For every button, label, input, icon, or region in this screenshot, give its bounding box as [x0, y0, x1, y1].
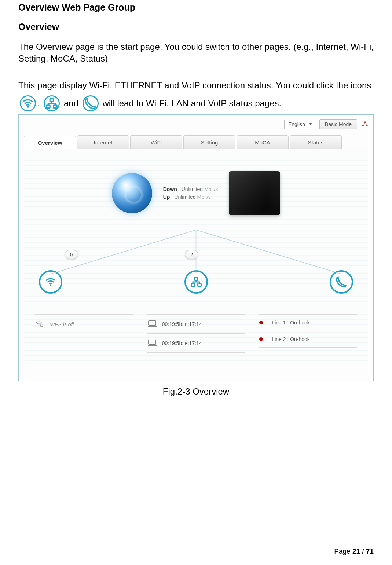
overview-screenshot: English Basic Mode Overview Internet WiF… — [18, 114, 374, 381]
device-icon — [147, 339, 157, 347]
svg-rect-2 — [47, 105, 50, 108]
tab-overview[interactable]: Overview — [24, 136, 76, 149]
subsection-title: Overview — [18, 22, 374, 32]
svg-rect-3 — [54, 105, 57, 108]
list-item: Line 2 : On-hook — [259, 333, 357, 345]
svg-rect-13 — [149, 340, 156, 344]
wps-status-text: WPS is off — [50, 322, 74, 327]
voip-icon — [83, 95, 99, 111]
overview-panel: Down Unlimited Mbit/s Up Unlimited Mbit/… — [24, 149, 368, 366]
tab-internet[interactable]: Internet — [77, 135, 129, 149]
status-columns: WPS is off 00:19:5b:fe:17:14 00: — [35, 312, 357, 355]
speed-down-value: Unlimited — [182, 186, 203, 192]
svg-point-11 — [39, 325, 40, 326]
intro-paragraph-2a: This page display Wi-Fi, ETHERNET and Vo… — [18, 80, 371, 90]
wifi-status-icon[interactable] — [39, 270, 62, 294]
speed-readout: Down Unlimited Mbit/s Up Unlimited Mbit/… — [163, 186, 218, 201]
voip-status-dot — [259, 337, 263, 341]
sitemap-icon[interactable] — [362, 121, 368, 128]
lan-status-column: 00:19:5b:fe:17:14 00:19:5b:fe:17:14 — [147, 312, 245, 355]
svg-rect-5 — [362, 125, 364, 126]
svg-rect-4 — [364, 122, 366, 123]
voip-status-icon[interactable] — [330, 270, 353, 294]
intro-paragraph-2-and: and — [64, 98, 78, 108]
speed-up-value: Unlimited — [174, 194, 195, 200]
device-mac: 00:19:5b:fe:17:14 — [162, 321, 202, 327]
status-icons-row — [35, 270, 357, 294]
voip-line-text: Line 2 : On-hook — [272, 336, 310, 342]
list-item: 00:19:5b:fe:17:14 — [147, 336, 245, 350]
section-title: Overview Web Page Group — [18, 2, 374, 14]
tab-status[interactable]: Status — [290, 135, 342, 149]
voip-status-column: Line 1 : On-hook Line 2 : On-hook — [259, 312, 357, 355]
wps-status-line: WPS is off — [35, 317, 133, 332]
intro-paragraph-2: This page display Wi-Fi, ETHERNET and Vo… — [18, 76, 374, 112]
globe-icon — [112, 173, 152, 213]
svg-rect-12 — [149, 321, 156, 325]
speed-down-label: Down — [163, 186, 177, 192]
voip-line-text: Line 1 : On-hook — [272, 320, 310, 326]
svg-rect-10 — [198, 284, 201, 287]
wps-icon — [35, 320, 45, 329]
page-sep: / — [360, 547, 366, 555]
svg-point-7 — [50, 285, 52, 286]
tab-bar: Overview Internet WiFi Setting MoCA Stat… — [24, 135, 368, 149]
tab-setting[interactable]: Setting — [183, 135, 235, 149]
page-label-prefix: Page — [334, 547, 352, 555]
intro-paragraph-1: The Overview page is the start page. You… — [18, 41, 374, 65]
tab-moca[interactable]: MoCA — [237, 135, 289, 149]
figure-caption: Fig.2-3 Overview — [18, 386, 374, 397]
screenshot-topbar: English Basic Mode — [24, 119, 368, 135]
page-total: 71 — [366, 547, 374, 555]
device-mac: 00:19:5b:fe:17:14 — [162, 340, 202, 346]
svg-rect-9 — [191, 284, 194, 287]
language-select[interactable]: English — [284, 120, 315, 129]
wifi-client-count-chip: 0 — [65, 250, 78, 259]
lan-icon — [44, 95, 60, 111]
svg-rect-6 — [366, 125, 368, 126]
list-item: Line 1 : On-hook — [259, 317, 357, 329]
speed-up-unit: Mbit/s — [197, 194, 211, 200]
page-current: 21 — [352, 547, 360, 555]
tab-wifi[interactable]: WiFi — [130, 135, 182, 149]
lan-status-icon[interactable] — [184, 270, 208, 294]
basic-mode-button[interactable]: Basic Mode — [319, 119, 357, 129]
list-item: 00:19:5b:fe:17:14 — [147, 317, 245, 331]
speed-down-unit: Mbit/s — [204, 186, 218, 192]
device-icon — [147, 320, 157, 328]
wifi-icon — [20, 95, 36, 111]
intro-paragraph-2-comma: , — [37, 98, 40, 108]
page-number: Page 21 / 71 — [334, 547, 374, 555]
wifi-status-column: WPS is off — [35, 312, 133, 355]
svg-point-0 — [27, 106, 29, 108]
svg-rect-1 — [50, 99, 54, 102]
speed-up-label: Up — [163, 194, 170, 200]
lan-client-count-chip: 2 — [185, 250, 198, 259]
svg-rect-8 — [194, 278, 198, 280]
network-summary-row: Down Unlimited Mbit/s Up Unlimited Mbit/… — [35, 171, 357, 215]
voip-status-dot — [259, 321, 263, 324]
router-image — [229, 171, 280, 215]
intro-paragraph-2b: will lead to Wi-Fi, LAN and VoIP status … — [102, 98, 281, 108]
